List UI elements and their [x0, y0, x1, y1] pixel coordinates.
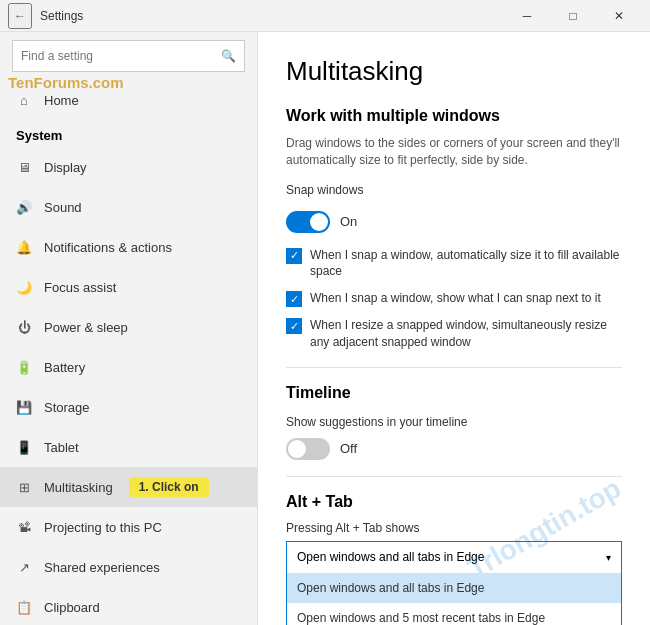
page-title: Multitasking — [286, 56, 622, 87]
checkmark-2: ✓ — [290, 293, 299, 306]
sidebar-label-storage: Storage — [44, 400, 90, 415]
sidebar-search-container: 🔍 — [0, 32, 257, 80]
sidebar-label-projecting: Projecting to this PC — [44, 520, 162, 535]
sidebar: TenForums.com 🔍 ⌂ Home System 🖥 Display … — [0, 32, 258, 625]
timeline-toggle-knob — [288, 440, 306, 458]
chevron-down-icon: ▾ — [606, 552, 611, 563]
snap-toggle-container: On — [286, 211, 622, 233]
sidebar-item-home[interactable]: ⌂ Home — [0, 80, 257, 120]
clipboard-icon: 📋 — [16, 599, 32, 615]
home-icon: ⌂ — [16, 92, 32, 108]
section-timeline-title: Timeline — [286, 384, 622, 402]
sidebar-label-shared: Shared experiences — [44, 560, 160, 575]
checkbox-row-3: ✓ When I resize a snapped window, simult… — [286, 317, 622, 351]
close-button[interactable]: ✕ — [596, 0, 642, 32]
sidebar-label-multitasking: Multitasking — [44, 480, 113, 495]
checkbox-row-2: ✓ When I snap a window, show what I can … — [286, 290, 622, 307]
shared-icon: ↗ — [16, 559, 32, 575]
snap-toggle-row: Snap windows — [286, 183, 622, 197]
snap-toggle-knob — [310, 213, 328, 231]
timeline-toggle[interactable] — [286, 438, 330, 460]
section-windows-title: Work with multiple windows — [286, 107, 622, 125]
snap-toggle[interactable] — [286, 211, 330, 233]
window-controls: ─ □ ✕ — [504, 0, 642, 32]
sidebar-item-clipboard[interactable]: 📋 Clipboard — [0, 587, 257, 625]
sidebar-item-battery[interactable]: 🔋 Battery — [0, 347, 257, 387]
callout-click-badge: 1. Click on — [129, 477, 209, 497]
checkbox-row-1: ✓ When I snap a window, automatically si… — [286, 247, 622, 281]
multitasking-icon: ⊞ — [16, 479, 32, 495]
sidebar-section-system: System — [0, 120, 257, 147]
search-icon: 🔍 — [221, 49, 236, 63]
main-content: Trlongtin.top Multitasking Work with mul… — [258, 32, 650, 625]
dropdown-selected-text: Open windows and all tabs in Edge — [297, 550, 484, 564]
sidebar-label-notifications: Notifications & actions — [44, 240, 172, 255]
dropdown-container: Open windows and all tabs in Edge ▾ Open… — [286, 541, 622, 573]
sidebar-item-notifications[interactable]: 🔔 Notifications & actions — [0, 227, 257, 267]
divider-1 — [286, 367, 622, 368]
sidebar-label-power: Power & sleep — [44, 320, 128, 335]
snap-label: Snap windows — [286, 183, 363, 197]
sidebar-item-projecting[interactable]: 📽 Projecting to this PC — [0, 507, 257, 547]
sidebar-item-tablet[interactable]: 📱 Tablet — [0, 427, 257, 467]
checkbox-1[interactable]: ✓ — [286, 248, 302, 264]
sound-icon: 🔊 — [16, 199, 32, 215]
sidebar-item-storage[interactable]: 💾 Storage — [0, 387, 257, 427]
timeline-toggle-container: Off — [286, 438, 622, 460]
snap-toggle-label: On — [340, 214, 357, 229]
sidebar-item-focus[interactable]: 🌙 Focus assist — [0, 267, 257, 307]
dropdown-options: Open windows and all tabs in Edge Open w… — [286, 573, 622, 625]
tablet-icon: 📱 — [16, 439, 32, 455]
maximize-button[interactable]: □ — [550, 0, 596, 32]
storage-icon: 💾 — [16, 399, 32, 415]
back-button[interactable]: ← — [8, 3, 32, 29]
dropdown-option-1[interactable]: Open windows and 5 most recent tabs in E… — [287, 603, 621, 625]
sidebar-label-sound: Sound — [44, 200, 82, 215]
sidebar-label-clipboard: Clipboard — [44, 600, 100, 615]
battery-icon: 🔋 — [16, 359, 32, 375]
sidebar-label-tablet: Tablet — [44, 440, 79, 455]
sidebar-item-display[interactable]: 🖥 Display — [0, 147, 257, 187]
divider-2 — [286, 476, 622, 477]
minimize-button[interactable]: ─ — [504, 0, 550, 32]
checkmark-3: ✓ — [290, 320, 299, 333]
checkbox-3[interactable]: ✓ — [286, 318, 302, 334]
sidebar-item-sound[interactable]: 🔊 Sound — [0, 187, 257, 227]
sidebar-item-multitasking[interactable]: ⊞ Multitasking 1. Click on — [0, 467, 257, 507]
projecting-icon: 📽 — [16, 519, 32, 535]
checkbox-label-3: When I resize a snapped window, simultan… — [310, 317, 622, 351]
window-title: Settings — [40, 9, 83, 23]
dropdown-label: Pressing Alt + Tab shows — [286, 521, 622, 535]
dropdown-selected[interactable]: Open windows and all tabs in Edge ▾ — [286, 541, 622, 573]
sidebar-label-display: Display — [44, 160, 87, 175]
checkbox-label-1: When I snap a window, automatically size… — [310, 247, 622, 281]
checkmark-1: ✓ — [290, 249, 299, 262]
sidebar-item-shared[interactable]: ↗ Shared experiences — [0, 547, 257, 587]
section-alttab-title: Alt + Tab — [286, 493, 622, 511]
search-box[interactable]: 🔍 — [12, 40, 245, 72]
timeline-suggestion-label: Show suggestions in your timeline — [286, 415, 467, 429]
focus-icon: 🌙 — [16, 279, 32, 295]
section-windows-desc: Drag windows to the sides or corners of … — [286, 135, 622, 169]
display-icon: 🖥 — [16, 159, 32, 175]
sidebar-label-home: Home — [44, 93, 79, 108]
checkbox-label-2: When I snap a window, show what I can sn… — [310, 290, 601, 307]
sidebar-label-focus: Focus assist — [44, 280, 116, 295]
notifications-icon: 🔔 — [16, 239, 32, 255]
power-icon: ⏻ — [16, 319, 32, 335]
search-input[interactable] — [21, 49, 215, 63]
title-bar: ← Settings ─ □ ✕ — [0, 0, 650, 32]
sidebar-item-power[interactable]: ⏻ Power & sleep — [0, 307, 257, 347]
timeline-toggle-label: Off — [340, 441, 357, 456]
sidebar-label-battery: Battery — [44, 360, 85, 375]
app-body: TenForums.com 🔍 ⌂ Home System 🖥 Display … — [0, 32, 650, 625]
dropdown-option-0[interactable]: Open windows and all tabs in Edge — [287, 573, 621, 603]
checkbox-2[interactable]: ✓ — [286, 291, 302, 307]
